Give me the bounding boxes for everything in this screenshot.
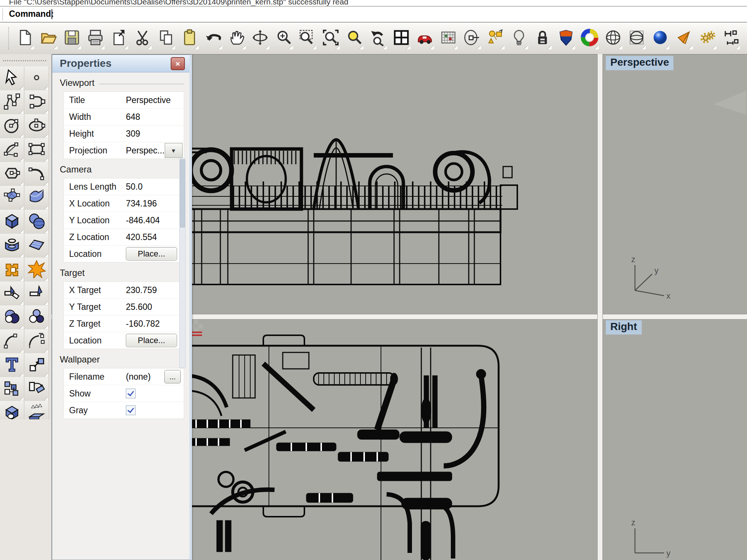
options-button[interactable] xyxy=(698,27,716,50)
pan-button[interactable] xyxy=(227,27,246,50)
palette-empty-area xyxy=(0,419,52,560)
target-place-button[interactable]: Place... xyxy=(126,334,177,347)
patch-button[interactable] xyxy=(25,234,49,258)
block-button[interactable] xyxy=(0,377,24,401)
z-target-value[interactable]: -160.782 xyxy=(126,319,181,329)
x-target-value[interactable]: 230.759 xyxy=(126,285,181,295)
boolean-union-button[interactable] xyxy=(0,258,24,281)
arc-button[interactable] xyxy=(0,138,24,162)
cylinder-button[interactable] xyxy=(0,234,24,258)
options-icon xyxy=(698,29,716,48)
properties-titlebar[interactable]: Properties × xyxy=(52,55,189,72)
ellipse-button[interactable] xyxy=(25,114,49,138)
move-button[interactable] xyxy=(25,353,49,377)
named-view-car-button[interactable] xyxy=(415,27,434,50)
new-file-button[interactable] xyxy=(15,27,34,50)
boolean-intersection-button[interactable] xyxy=(25,305,49,329)
undo-view-button[interactable] xyxy=(368,27,387,50)
circle-button[interactable] xyxy=(0,114,24,138)
curve-button[interactable] xyxy=(0,90,24,114)
surface-points-button[interactable] xyxy=(0,186,24,210)
command-bar[interactable]: Command: xyxy=(0,6,747,23)
open-file-icon xyxy=(40,29,57,48)
export-button[interactable] xyxy=(109,27,128,50)
fillet-curve-button[interactable] xyxy=(0,329,24,353)
dimension-button[interactable] xyxy=(721,27,740,50)
zoom-window-button[interactable] xyxy=(298,27,316,50)
paste-button[interactable] xyxy=(180,27,199,50)
layer-state-button[interactable] xyxy=(486,27,505,50)
rectangle-button[interactable] xyxy=(25,138,49,162)
point-button[interactable] xyxy=(25,66,49,90)
row-z-location: Z Location 420.554 xyxy=(64,229,184,246)
title-value[interactable]: Perspective xyxy=(126,95,181,105)
print-button[interactable] xyxy=(86,27,105,50)
filename-value[interactable]: (none) xyxy=(126,372,164,382)
height-value[interactable]: 309 xyxy=(126,129,181,139)
projection-dropdown-button[interactable]: ▼ xyxy=(165,143,183,158)
split-button[interactable] xyxy=(25,281,49,305)
texture-map-button[interactable] xyxy=(439,27,458,50)
curve-blend-button[interactable] xyxy=(25,162,49,186)
palette-grip[interactable] xyxy=(3,60,46,65)
surface-curved-button[interactable] xyxy=(25,186,49,210)
zoom-dynamic-icon xyxy=(275,29,292,48)
viewport-label-perspective[interactable]: Perspective xyxy=(606,56,673,70)
sphere-button[interactable] xyxy=(25,210,49,234)
undo-button[interactable] xyxy=(204,27,222,50)
viewport-label-right[interactable]: Right xyxy=(606,320,642,335)
properties-scrollbar[interactable] xyxy=(179,158,186,368)
command-bar-grip[interactable] xyxy=(2,9,3,20)
polygon-button[interactable] xyxy=(0,162,24,186)
select-button[interactable] xyxy=(0,66,24,90)
row-gray: Gray xyxy=(64,402,184,419)
box-button[interactable] xyxy=(0,210,24,234)
copy-button[interactable] xyxy=(156,27,175,50)
lens-length-value[interactable]: 50.0 xyxy=(126,182,181,192)
render-plugin-shield-button[interactable] xyxy=(557,27,575,50)
y-location-value[interactable]: -846.404 xyxy=(126,215,181,225)
filename-browse-button[interactable]: ... xyxy=(164,370,181,383)
text-button[interactable] xyxy=(0,353,24,377)
section-viewport: Viewport Title Perspective Width 648 Hei… xyxy=(60,78,184,159)
projection-value[interactable]: Perspec... xyxy=(126,146,165,156)
lock-button[interactable] xyxy=(533,27,552,50)
viewport-vertical-splitter[interactable] xyxy=(597,54,603,560)
trim-button[interactable] xyxy=(0,281,24,305)
show-checkbox[interactable] xyxy=(126,389,136,398)
zoom-extents-button[interactable] xyxy=(321,27,340,50)
rotate-view-button[interactable] xyxy=(251,27,269,50)
zoom-selected-button[interactable] xyxy=(345,27,363,50)
explode-button[interactable] xyxy=(25,258,49,281)
camera-place-button[interactable]: Place... xyxy=(126,247,177,261)
save-file-button[interactable] xyxy=(62,27,81,50)
fillet-edge-button[interactable] xyxy=(25,329,49,353)
lamp-button[interactable] xyxy=(509,27,528,50)
render-icon xyxy=(651,29,669,48)
z-location-value[interactable]: 420.554 xyxy=(126,232,181,242)
gray-checkbox[interactable] xyxy=(126,405,136,415)
render-preview-button[interactable] xyxy=(674,27,693,50)
curve-interpolate-button[interactable] xyxy=(25,90,49,114)
boolean-difference-button[interactable] xyxy=(0,305,24,329)
cplane-button[interactable] xyxy=(462,27,481,50)
color-wheel-button[interactable] xyxy=(580,27,599,50)
zoom-dynamic-button[interactable] xyxy=(274,27,293,50)
width-value[interactable]: 648 xyxy=(126,112,181,122)
viewport-layout-button[interactable] xyxy=(392,27,410,50)
toolbar-grip[interactable] xyxy=(8,27,9,50)
tool-palette xyxy=(0,54,52,425)
shaded-display-button[interactable] xyxy=(627,27,646,50)
render-button[interactable] xyxy=(651,27,669,50)
pan-icon xyxy=(228,29,245,48)
y-target-value[interactable]: 25.600 xyxy=(126,302,181,312)
block-icon xyxy=(3,379,21,399)
wireframe-display-button[interactable] xyxy=(604,27,622,50)
array-button[interactable] xyxy=(25,377,49,401)
row-y-location: Y Location -846.404 xyxy=(64,212,184,229)
open-file-button[interactable] xyxy=(39,27,58,50)
x-location-value[interactable]: 734.196 xyxy=(126,199,181,209)
help-button[interactable]: ? xyxy=(745,27,747,50)
cut-button[interactable] xyxy=(133,27,152,50)
close-icon[interactable]: × xyxy=(171,57,185,70)
